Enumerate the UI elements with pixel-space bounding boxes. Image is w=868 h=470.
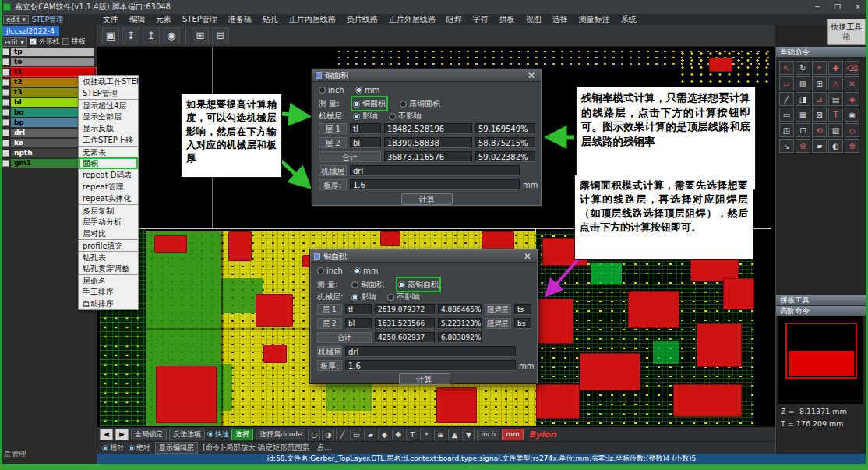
select-mode-button[interactable]: 选择 [231, 429, 253, 440]
command-icon[interactable]: ↘ [779, 139, 794, 153]
export-icon[interactable]: ↥ [143, 27, 160, 44]
layer-row[interactable]: tp [0, 47, 97, 57]
edit-mode-combo[interactable]: edit▾ [3, 15, 29, 24]
relative-coord-radio[interactable]: 相对 [102, 443, 124, 453]
command-icon[interactable]: ◈ [845, 92, 859, 106]
context-menu-item[interactable]: 显示反版 [79, 122, 138, 134]
dialog-titlebar[interactable]: 铜面积 ✕ [312, 69, 541, 82]
outline-checkbox[interactable]: ✓ [30, 38, 37, 45]
shape-tool-icon[interactable]: ✚ [392, 429, 404, 440]
layer-visibility-checkbox[interactable] [2, 160, 9, 167]
copper-area-radio[interactable]: 铜面积 [351, 279, 384, 290]
global-lock-button[interactable]: 全局锁定 [131, 429, 167, 440]
context-menu-item[interactable]: 仅挂载工作STEP [79, 76, 138, 87]
menu-item[interactable]: 字符 [468, 14, 494, 25]
shape-tool-icon[interactable]: ▼ [462, 429, 475, 440]
command-icon[interactable]: △ [828, 76, 843, 90]
panel-out-icon[interactable]: ⊟ [212, 27, 229, 44]
step-tab[interactable]: jlccszl2022-4 [2, 26, 59, 36]
menu-item[interactable]: 正片内层线路 [284, 14, 341, 25]
context-menu-item[interactable]: 层手动分析 [79, 216, 138, 228]
absolute-coord-radio[interactable]: 绝对 [129, 443, 150, 453]
maximize-icon[interactable]: ❐ [827, 0, 848, 14]
unit-inch-radio[interactable]: inch [317, 267, 343, 275]
menu-item[interactable]: 视图 [520, 14, 547, 25]
command-icon[interactable]: ⌖ [812, 61, 827, 75]
context-menu-item[interactable]: repeat D码表 [79, 169, 138, 181]
copper-area-radio[interactable]: 铜面积 [353, 98, 386, 109]
context-menu-item[interactable]: repeat实体化 [79, 193, 138, 204]
show-edit-layer-button[interactable]: 显示编辑层 [155, 442, 198, 454]
menu-item[interactable]: 编辑 [124, 14, 150, 25]
layer-visibility-checkbox[interactable] [2, 48, 9, 55]
preview-eye-icon[interactable]: ◉ [163, 27, 180, 44]
context-menu-item[interactable]: 多层复制 [79, 204, 138, 216]
context-menu-item[interactable]: 工作STEP上移 [79, 134, 138, 146]
layer-visibility-checkbox[interactable] [2, 89, 9, 96]
command-icon[interactable]: ⟲ [812, 123, 827, 137]
command-icon[interactable]: ⊿ [812, 92, 827, 106]
invert-select-button[interactable]: 反选选项 [169, 429, 205, 440]
exposed-copper-radio[interactable]: 露铜面积 [398, 279, 439, 290]
layer1-name-field[interactable]: tl [350, 123, 381, 134]
shape-tool-icon[interactable]: ⊞ [434, 429, 446, 440]
menu-item[interactable]: 正片外层线路 [383, 14, 441, 25]
command-icon[interactable]: ╱ [779, 92, 794, 106]
step-manage-label[interactable]: STEP管理 [32, 15, 63, 25]
command-icon[interactable]: ⊠ [812, 108, 827, 122]
no-affect-radio[interactable]: 不影响 [387, 292, 420, 302]
shape-tool-icon[interactable]: ▭ [350, 429, 362, 440]
import-icon[interactable]: ↧ [122, 27, 139, 44]
shape-tool-icon[interactable]: ◆ [378, 429, 390, 440]
calculate-button[interactable]: 计算 [401, 193, 453, 205]
layer1-mask-field[interactable]: ts [514, 304, 531, 315]
context-menu-item[interactable]: 元素表 [79, 146, 138, 157]
context-menu-item[interactable]: 显示全部层 [79, 111, 138, 122]
command-icon[interactable]: ✚ [828, 61, 843, 75]
layer-color-bar[interactable]: to [11, 58, 94, 66]
command-icon[interactable]: ▰ [812, 139, 827, 153]
layer-visibility-checkbox[interactable] [2, 119, 9, 126]
menu-item[interactable]: 钻孔 [257, 14, 284, 25]
panel-in-icon[interactable]: ⊞ [192, 27, 209, 44]
shape-tool-icon[interactable]: ◑ [322, 429, 334, 440]
menu-item[interactable]: 系统 [616, 14, 642, 25]
layer-visibility-checkbox[interactable] [2, 69, 9, 76]
command-icon[interactable]: ◨ [796, 92, 810, 106]
calculate-button[interactable]: 计算 [399, 373, 450, 385]
menu-item[interactable]: 测量标注 [573, 14, 616, 25]
command-icon[interactable]: ↖ [779, 61, 794, 75]
shape-tool-icon[interactable]: ▰ [364, 429, 376, 440]
unit-mm-radio[interactable]: mm [355, 86, 379, 94]
layer-visibility-checkbox[interactable] [2, 129, 9, 136]
quick-toolbox-button[interactable]: 快捷工具箱 [827, 19, 866, 45]
close-icon[interactable]: ✕ [521, 251, 534, 262]
pinban-tools-header[interactable]: 拼板工具 [776, 295, 866, 305]
shape-tool-icon[interactable]: T [406, 429, 418, 440]
advanced-commands-header[interactable]: 高阶命令 [776, 306, 866, 316]
exposed-copper-radio[interactable]: 露铜面积 [400, 98, 440, 109]
thickness-field[interactable]: 1.6 [345, 360, 516, 371]
layer-visibility-checkbox[interactable] [2, 58, 9, 65]
command-icon[interactable]: ⌫ [845, 61, 859, 75]
pinban-checkbox[interactable] [62, 38, 69, 45]
layer-visibility-checkbox[interactable] [2, 150, 9, 157]
command-icon[interactable]: ◇ [845, 123, 859, 137]
command-icon[interactable]: ▭ [779, 108, 794, 122]
menu-item[interactable]: 元素 [150, 14, 177, 25]
layer2-name-field[interactable]: bl [345, 318, 372, 329]
command-icon[interactable]: ◉ [845, 108, 859, 122]
command-icon[interactable]: ⊞ [812, 76, 827, 90]
context-menu-item[interactable]: 显示超过4层 [79, 99, 138, 111]
command-icon[interactable]: ⊗ [845, 139, 859, 153]
close-icon[interactable]: ✕ [525, 70, 538, 81]
layer-row[interactable]: to [0, 57, 97, 67]
layer-visibility-checkbox[interactable] [2, 109, 9, 116]
select-by-dcode-button[interactable]: 选择属dcode [256, 429, 305, 440]
command-icon[interactable]: ✕ [845, 76, 859, 90]
command-icon[interactable]: ◳ [779, 123, 794, 137]
menu-item[interactable]: 文件 [97, 14, 124, 25]
fast-mode-radio[interactable]: 快速 [207, 429, 229, 440]
menu-item[interactable]: 负片线路 [341, 14, 383, 25]
shape-tool-icon[interactable]: ▲ [448, 429, 460, 440]
